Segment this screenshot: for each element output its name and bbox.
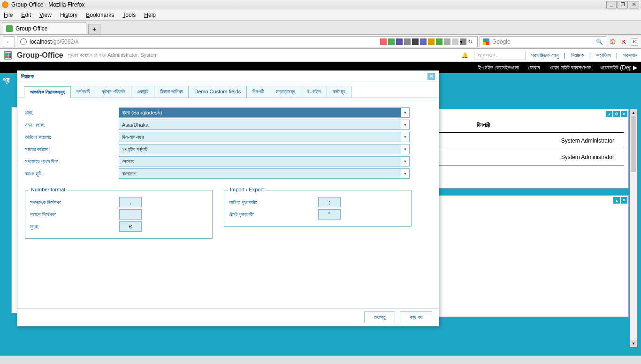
- close-button[interactable]: বন্ধ কর: [400, 311, 432, 323]
- scroll-up-icon[interactable]: ▲: [630, 109, 637, 116]
- app-subtitle: প্রবেশ করেছেন যে নামে Administrator, Sys…: [68, 52, 158, 58]
- list-sep-input[interactable]: [318, 197, 341, 207]
- bell-icon[interactable]: 🔔: [461, 52, 468, 59]
- menu-file[interactable]: File: [4, 12, 13, 18]
- app-name: Group-Office: [17, 51, 63, 60]
- decimal-sep-label: শতাংশ নির্দেশক:: [30, 212, 119, 218]
- app-header: Group-Office প্রবেশ করেছেন যে নামে Admin…: [0, 49, 641, 62]
- tab-comments[interactable]: মন্তব্যসমূহ: [270, 86, 301, 98]
- window-titlebar: Group-Office - Mozilla Firefox _ ❐ ✕: [0, 0, 641, 9]
- browser-tabbar: Group-Office +: [0, 21, 641, 35]
- link-logout[interactable]: প্রস্থান: [623, 52, 637, 59]
- tab-account[interactable]: একাউন্ট: [131, 86, 154, 98]
- addon-k-icon[interactable]: K: [619, 37, 629, 46]
- modbar-scroll-right-icon[interactable]: ▶: [631, 64, 639, 71]
- panel-collapse-icon[interactable]: ▴: [613, 197, 620, 204]
- scrollbar[interactable]: ▲ ▼: [630, 109, 637, 347]
- firstday-select[interactable]: সোমবার▼: [119, 156, 410, 167]
- currency-label: মুদ্রা:: [30, 224, 119, 230]
- browser-tab[interactable]: Group-Office: [2, 22, 86, 34]
- thousand-sep-input[interactable]: [119, 197, 142, 207]
- new-tab-button[interactable]: +: [88, 24, 100, 34]
- minimize-button[interactable]: _: [606, 1, 617, 8]
- firstday-label: সপ্তাহের প্রথম দিন:: [25, 159, 119, 165]
- menu-bookmarks[interactable]: Bookmarks: [86, 12, 114, 18]
- google-icon: [483, 38, 489, 45]
- tab-regional[interactable]: আঞ্চলিক নিয়ামকসমূহ: [24, 86, 71, 98]
- holiday-select[interactable]: বাংলাদেশ▼: [119, 168, 410, 179]
- timeformat-label: সময়ের কাঠামো:: [25, 146, 119, 152]
- holiday-label: ব্যাংক ছুটি:: [25, 171, 119, 177]
- language-label: ভাষা:: [25, 110, 119, 116]
- chevron-down-icon: ▼: [401, 108, 409, 117]
- browser-search-box[interactable]: Google 🔍: [480, 36, 606, 47]
- maximize-button[interactable]: ❐: [618, 1, 628, 8]
- list-sep-label: তালিকা পৃথককারী:: [229, 199, 318, 205]
- tab-password[interactable]: কূটশব্দ পরিবর্তন: [96, 86, 131, 98]
- menu-tools[interactable]: Tools: [122, 12, 136, 18]
- text-sep-input[interactable]: [318, 209, 341, 220]
- browser-tab-label: Group-Office: [15, 25, 47, 32]
- panel-close-icon[interactable]: ✕: [621, 197, 627, 204]
- url-field[interactable]: localhost/go/5062/# ▾↻: [17, 36, 478, 47]
- app-logo-icon: [4, 51, 12, 60]
- timezone-label: সময় এলাকা:: [25, 122, 119, 128]
- mod-forum[interactable]: ফোরাম: [528, 64, 540, 71]
- panel-close-icon[interactable]: ✕: [621, 111, 627, 117]
- apply-button[interactable]: তথাস্তু: [364, 311, 395, 323]
- url-host: localhost: [30, 38, 52, 45]
- menu-edit[interactable]: Edit: [21, 12, 31, 18]
- menu-view[interactable]: View: [39, 12, 52, 18]
- url-path: /go/5062/#: [52, 38, 78, 45]
- menu-history[interactable]: History: [60, 12, 77, 18]
- favicon-icon: [6, 25, 13, 32]
- dialog-tabs: আঞ্চলিক নিয়ামকসমূহ দর্শনদারি কূটশব্দ পর…: [17, 82, 439, 98]
- window-title: Group-Office - Mozilla Firefox: [11, 1, 606, 8]
- tab-email[interactable]: ই-মেইল: [301, 86, 327, 98]
- dateformat-select[interactable]: দিন-মাস-বছর▼: [119, 132, 410, 142]
- link-help[interactable]: সহায়িকা: [596, 52, 610, 59]
- text-sep-label: টেক্সট পৃথককারী:: [229, 212, 318, 218]
- dateformat-label: তারিখের কাঠামো:: [25, 134, 119, 140]
- decimal-sep-input[interactable]: [119, 209, 142, 220]
- number-format-fieldset: Number format সহস্রাঙ্ক নির্দেশক: শতাংশ …: [25, 190, 213, 239]
- chevron-down-icon: ▼: [401, 120, 409, 129]
- language-select[interactable]: বাংলা (Bangladesh)▼: [119, 107, 410, 118]
- mod-website-manager[interactable]: ওয়েব সাইট ব্যবস্থাপক: [549, 64, 591, 71]
- back-button[interactable]: ←: [3, 36, 15, 47]
- panel-collapse-icon[interactable]: ▴: [606, 111, 612, 117]
- menubar: File Edit View History Bookmarks Tools H…: [0, 9, 641, 21]
- os-taskbar: [0, 356, 641, 364]
- addon-box-icon[interactable]: K: [631, 38, 638, 46]
- scroll-thumb[interactable]: [631, 116, 636, 172]
- tab-addressbook[interactable]: ঠিকানা তালিকা: [154, 86, 189, 98]
- scroll-down-icon[interactable]: ▼: [630, 340, 637, 347]
- close-window-button[interactable]: ✕: [629, 1, 639, 8]
- panel-settings-icon[interactable]: ⚙: [613, 111, 620, 117]
- dialog-titlebar: নিয়ামক ✕: [17, 71, 439, 82]
- page-title-partial: প্র: [3, 76, 9, 84]
- import-export-fieldset: Import / Export তালিকা পৃথককারী: টেক্সট …: [224, 190, 412, 227]
- mod-email-domains[interactable]: ই-মেইল ডোমেইনগুলো: [478, 64, 519, 71]
- home-icon[interactable]: 🏠: [608, 37, 618, 46]
- search-placeholder: Google: [492, 38, 511, 45]
- link-settings[interactable]: নিয়ামক: [571, 52, 584, 59]
- tab-calendar[interactable]: দিনপঞ্জী: [246, 86, 270, 98]
- dialog-title: নিয়ামক: [21, 73, 34, 80]
- chevron-down-icon: ▼: [401, 144, 409, 154]
- timezone-select[interactable]: Asia/Dhaka▼: [119, 120, 410, 130]
- firefox-icon: [2, 1, 8, 8]
- timeformat-select[interactable]: ২৪ ঘন্টার ফর্ম্যাট▼: [119, 144, 410, 154]
- dialog-close-button[interactable]: ✕: [427, 73, 435, 80]
- tab-tasks[interactable]: কর্মসমূহ: [327, 86, 351, 98]
- chevron-down-icon: ▼: [401, 157, 409, 166]
- tab-lookfeel[interactable]: দর্শনদারি: [70, 86, 96, 98]
- urlbar: ← localhost/go/5062/# ▾↻ Google 🔍 🏠 K K: [0, 35, 641, 49]
- menu-help[interactable]: Help: [144, 12, 156, 18]
- app-search-input[interactable]: অনুসন্ধান...: [474, 51, 526, 60]
- chevron-down-icon: ▼: [401, 169, 409, 178]
- currency-input[interactable]: [119, 221, 142, 232]
- link-start-menu[interactable]: প্রারম্ভিক মেনু: [531, 52, 558, 59]
- thousand-sep-label: সহস্রাঙ্ক নির্দেশক:: [30, 199, 119, 205]
- tab-custom-fields[interactable]: Demo Custom fields: [188, 86, 247, 98]
